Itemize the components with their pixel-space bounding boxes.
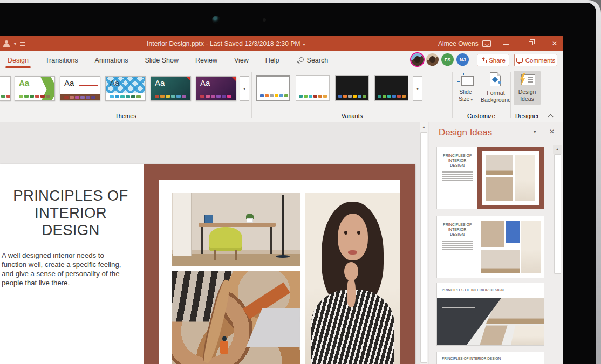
ribbon-display-options-icon[interactable] [482,40,491,47]
collaborator-avatars: FS NJ [411,53,469,66]
card-body-skeleton [437,171,477,181]
signed-in-user[interactable]: Aimee Owens [438,36,479,51]
card-text-zone: PRINCIPLES OF INTERIOR DESIGN [437,147,477,209]
theme-tile-purple[interactable]: Aa [196,76,236,101]
design-suggestion-card-2[interactable]: PRINCIPLES OF INTERIOR DESIGN [436,216,544,278]
card-title: PRINCIPLES OF INTERIOR DESIGN [437,222,477,237]
chevron-down-icon[interactable]: ▾ [14,42,16,46]
variant-tile-1-selected[interactable] [256,75,290,101]
theme-tile-green[interactable]: Aa [15,76,55,101]
designer-group-label: Designer [510,113,544,119]
share-button[interactable]: Share [477,54,509,66]
avatar[interactable] [411,53,424,66]
theme-glyph: Aa [19,78,29,87]
tab-slide-show[interactable]: Slide Show [144,52,179,69]
search-box[interactable]: Search [299,57,329,64]
theme-tile-partial[interactable] [0,76,11,101]
theme-glyph: Aa [64,78,74,87]
scroll-up-button[interactable]: ▲ [553,145,562,154]
card-title-strip: PRINCIPLES OF INTERIOR DESIGN [437,283,544,298]
document-title[interactable]: Interior Design.pptx - Last Saved 12/3/2… [147,36,305,51]
tab-transitions[interactable]: Transitions [45,52,79,69]
themes-more-button[interactable]: ▾ [240,76,249,101]
group-separator [251,72,252,118]
slide-title-textbox[interactable]: PRINCIPLES OF INTERIOR DESIGN [0,187,141,239]
avatar[interactable] [426,53,439,66]
avatar[interactable]: FS [441,53,454,66]
variants-group-label: Variants [252,113,452,119]
theme-swatches [200,95,231,98]
variant-tile-3[interactable] [335,75,369,101]
variant-tile-2[interactable] [296,75,330,101]
slide-canvas: PRINCIPLES OF INTERIOR DESIGN A well des… [0,122,429,364]
variants-more-button[interactable]: ▾ [413,76,422,101]
design-suggestion-card-4[interactable]: PRINCIPLES OF INTERIOR DESIGN [436,352,544,364]
tab-animations[interactable]: Animations [94,52,129,69]
portrait-photo[interactable] [305,193,400,364]
card-body-skeleton [437,241,477,250]
collage-inner-frame [159,180,400,364]
slide-size-button[interactable]: Slide Size▾ [453,71,478,102]
webcam-lens [212,16,220,24]
theme-glyph: Aa [200,78,210,87]
ribbon-tab-row: Design Transitions Animations Slide Show… [0,51,563,69]
blue-accent-shape [506,221,520,243]
card-title: PRINCIPLES OF INTERIOR DESIGN [442,288,504,292]
chevron-down-icon: ▾ [470,98,473,101]
slide[interactable]: PRINCIPLES OF INTERIOR DESIGN A well des… [0,164,415,364]
card-collage [477,147,544,209]
close-button[interactable]: ✕ [548,36,562,51]
spiral-staircase-photo[interactable] [172,271,300,364]
card-collage [477,216,544,278]
autosave-icon[interactable] [3,40,10,47]
panel-scrollbar[interactable]: ▲ [553,145,562,364]
panel-title: Design Ideas [439,127,492,138]
design-ideas-button[interactable]: Design Ideas [514,71,541,105]
themes-group-label: Themes [0,113,251,119]
theme-tile-white-red[interactable]: Aa [60,76,100,101]
panel-menu-caret[interactable]: ▾ [534,129,536,134]
scroll-up-button[interactable]: ▲ [420,122,428,132]
search-label: Search [307,57,329,64]
format-background-icon [490,72,502,87]
panel-close-button[interactable]: ✕ [546,126,558,138]
design-suggestion-card-3[interactable]: PRINCIPLES OF INTERIOR DESIGN [436,283,544,346]
scrollbar-thumb[interactable] [554,154,561,274]
slide-size-icon [457,73,474,86]
photo-collage[interactable] [144,164,415,364]
design-suggestion-card-1[interactable]: PRINCIPLES OF INTERIOR DESIGN [436,147,544,209]
theme-swatches [1,95,11,98]
comments-button[interactable]: Comments [514,54,557,66]
title-bar: ▾ Interior Design.pptx - Last Saved 12/3… [0,36,563,51]
tab-design[interactable]: Design [7,52,29,69]
chevron-down-icon: ▾ [416,86,419,91]
customize-quick-access-icon[interactable] [20,42,25,46]
restore-button[interactable] [529,41,533,45]
theme-swatches [110,95,141,98]
card-title: PRINCIPLES OF INTERIOR DESIGN [442,356,501,360]
webcam-sensor [263,18,266,22]
comment-icon [516,58,523,63]
quick-access-toolbar: ▾ [3,36,25,51]
avatar[interactable]: NJ [456,53,469,66]
variant-swatches [338,95,366,98]
variant-tile-4[interactable] [374,75,408,101]
theme-tile-blue-pattern[interactable]: Aa [105,76,146,101]
slide-body-textbox[interactable]: A well designed interior needs to functi… [2,251,121,288]
variant-swatches [260,94,288,97]
collapse-ribbon-button[interactable] [548,113,553,118]
design-ideas-panel: Design Ideas ▾ ✕ PRINCIPLES OF INTERIOR … [429,122,563,364]
canvas-scrollbar[interactable]: ▲ [420,122,428,364]
group-separator [510,72,511,118]
desk-chair-photo[interactable] [172,193,300,266]
minimize-button[interactable] [503,44,509,45]
format-background-button[interactable]: Format Background [479,71,513,104]
theme-tile-dark-teal[interactable]: Aa [151,76,191,101]
card-text-zone: PRINCIPLES OF INTERIOR DESIGN [437,216,477,278]
tab-help[interactable]: Help [265,52,280,69]
search-icon [299,57,304,62]
tab-review[interactable]: Review [195,52,218,69]
scrollbar-thumb[interactable] [420,132,427,363]
tab-view[interactable]: View [234,52,249,69]
ribbon: Aa Aa Aa Aa Aa [0,69,563,122]
